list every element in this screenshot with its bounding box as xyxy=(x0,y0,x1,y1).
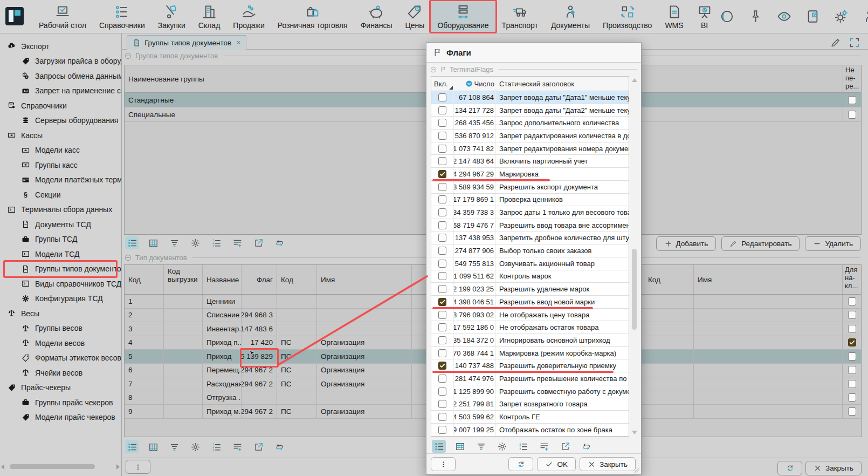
export-icon[interactable] xyxy=(251,440,265,453)
add-row-icon[interactable] xyxy=(537,440,551,453)
num-list-icon[interactable]: 123 xyxy=(209,236,223,249)
refresh-button[interactable] xyxy=(777,461,802,475)
dialog-close-button[interactable]: Закрыть xyxy=(580,457,636,471)
settings-icon[interactable] xyxy=(495,440,509,453)
nav-item-prices[interactable]: $ Цены xyxy=(398,0,431,33)
checkbox[interactable] xyxy=(438,119,446,127)
collapse-icon[interactable] xyxy=(124,52,132,60)
flag-row[interactable]: 17 179 869 1 Проверка ценников xyxy=(431,194,629,207)
sidebar-item-группы-тсд[interactable]: Группы ТСД xyxy=(0,232,121,247)
sidebar-item-модели-тсд[interactable]: Модели ТСД xyxy=(0,247,121,262)
sidebar-item-запрет-на-применение-скидо[interactable]: Ad Запрет на применение скидо xyxy=(0,84,121,99)
checkbox[interactable] xyxy=(438,234,446,242)
flag-row[interactable]: 67 108 864 Запрет ввода даты "Дата1" мен… xyxy=(431,91,629,104)
sidebar-item-модели-платёжных-термина[interactable]: Модели платёжных термина xyxy=(0,173,121,188)
sidebar-item-прайс-чекеры[interactable]: Прайс-чекеры xyxy=(0,380,121,396)
sidebar-item-ячейки-весов[interactable]: Ячейки весов xyxy=(0,365,121,380)
scroll-up-icon[interactable] xyxy=(632,78,637,82)
checkbox[interactable] xyxy=(438,311,446,319)
refresh-button[interactable] xyxy=(508,457,533,471)
settings-icon[interactable] xyxy=(188,236,202,249)
column-header-enabled[interactable]: Вкл. xyxy=(431,77,454,91)
checkbox[interactable] xyxy=(438,362,446,370)
flag-row[interactable]: 281 474 976 Разрешить превышение количес… xyxy=(431,372,629,385)
dialog-scrollbar[interactable] xyxy=(630,76,638,437)
flag-row[interactable]: 140 737 488 Разрешить доверительную прие… xyxy=(431,359,629,372)
checkbox[interactable] xyxy=(438,157,446,165)
filter-icon[interactable] xyxy=(474,440,488,453)
checkbox[interactable] xyxy=(848,366,856,374)
flag-row[interactable]: 134 217 728 Запрет ввода даты "Дата2" ме… xyxy=(431,104,629,117)
checkbox[interactable] xyxy=(848,352,856,361)
sidebar-item-форматы-этикеток-весов[interactable]: Форматы этикеток весов xyxy=(0,351,121,366)
num-list-icon[interactable]: 123 xyxy=(516,440,530,453)
nav-item-bi[interactable]: BI xyxy=(690,0,719,33)
checkbox[interactable] xyxy=(848,297,856,305)
flag-row[interactable]: 4 294 967 29 Маркировка xyxy=(431,168,629,181)
flag-row[interactable]: 4 503 599 62 Контроль ГЕ xyxy=(431,411,629,424)
sidebar-item-серверы-оборудования[interactable]: Серверы оборудования xyxy=(0,113,121,128)
export-icon[interactable] xyxy=(558,440,572,453)
add-row-icon[interactable] xyxy=(230,236,244,249)
add-row-icon[interactable] xyxy=(230,440,244,453)
checkbox[interactable] xyxy=(438,375,446,383)
checkbox[interactable] xyxy=(438,413,446,421)
column-header[interactable]: Имя xyxy=(694,265,843,294)
flag-row[interactable]: 549 755 813 Озвучивать акционный товар xyxy=(431,257,629,270)
add-button[interactable]: Добавить xyxy=(656,236,717,251)
sidebar-item-модели-весов[interactable]: Модели весов xyxy=(0,336,121,351)
delete-button[interactable]: Удалить xyxy=(805,236,861,251)
checkbox[interactable] xyxy=(438,285,446,293)
sidebar-item-группы-касс[interactable]: Группы касс xyxy=(0,158,121,173)
column-header[interactable]: Код выгрузки xyxy=(164,265,203,294)
nav-item-warehouse[interactable]: Склад xyxy=(192,0,227,33)
checkbox[interactable] xyxy=(438,170,446,178)
reload-icon[interactable] xyxy=(272,440,286,453)
sidebar-item-группы-весов[interactable]: Группы весов xyxy=(0,321,121,336)
view-list-icon[interactable] xyxy=(125,236,139,249)
sidebar-item-справочники[interactable]: Справочники xyxy=(0,98,121,113)
scroll-left-icon[interactable] xyxy=(1,464,4,470)
reload-icon[interactable] xyxy=(272,236,286,249)
flag-row[interactable]: 274 877 906 Выбор только своих заказов xyxy=(431,244,629,257)
app-logo[interactable] xyxy=(5,7,24,25)
reload-icon[interactable] xyxy=(579,440,593,453)
filter-icon[interactable] xyxy=(167,440,181,453)
ok-button[interactable]: OK xyxy=(537,457,576,471)
sidebar-item-кассы[interactable]: Кассы xyxy=(0,128,121,143)
more-options-button[interactable] xyxy=(126,460,150,474)
flag-row[interactable]: 8 589 934 59 Разрешить экспорт документа xyxy=(431,181,629,194)
checkbox[interactable] xyxy=(848,380,856,388)
flag-row[interactable]: 34 359 738 3 Запрос даты 1 только для ве… xyxy=(431,206,629,219)
sidebar-item-модели-касс[interactable]: Модели касс xyxy=(0,143,121,158)
flag-row[interactable]: 8 796 093 02 Не отображать цену товара xyxy=(431,309,629,322)
tab-document-type-groups[interactable]: Группы типов документов × xyxy=(127,35,246,50)
flag-row[interactable]: 1 099 511 62 Контроль марок xyxy=(431,270,629,283)
view-grid-icon[interactable] xyxy=(146,236,160,249)
expand-icon[interactable] xyxy=(849,37,860,49)
column-header[interactable]: Код xyxy=(277,265,317,294)
checkbox[interactable] xyxy=(438,208,446,216)
sort-circle-icon[interactable] xyxy=(465,80,473,87)
sidebar-item-экспорт[interactable]: Экспорт xyxy=(0,39,121,54)
phone-chat-icon[interactable] xyxy=(805,9,821,24)
checkbox[interactable] xyxy=(438,349,446,357)
flag-row[interactable]: 70 368 744 1 Маркировка (режим коробка-м… xyxy=(431,347,629,360)
column-header[interactable]: Название xyxy=(203,265,242,294)
dialog-title-bar[interactable]: Флаги xyxy=(426,43,641,63)
sidebar-item-группы-типов-документов[interactable]: Группы типов документов xyxy=(0,262,121,277)
export-icon[interactable] xyxy=(251,236,265,249)
scroll-down-icon[interactable] xyxy=(632,431,637,434)
gears-icon[interactable] xyxy=(833,9,849,24)
flag-row[interactable]: 2 199 023 25 Разрешить удаление марок xyxy=(431,283,629,296)
flag-row[interactable]: 137 438 953 Запретить дробное количество… xyxy=(431,232,629,245)
nav-item-references[interactable]: Справочники xyxy=(93,0,151,33)
checkbox[interactable] xyxy=(438,272,446,280)
sidebar-item-секции[interactable]: § Секции xyxy=(0,187,121,202)
checkbox[interactable] xyxy=(438,387,446,396)
scrollbar-thumb[interactable] xyxy=(632,249,637,330)
checkbox[interactable] xyxy=(848,393,856,402)
sphere-icon[interactable] xyxy=(719,9,735,24)
sidebar-item-группы-прайс-чекеров[interactable]: Группы прайс чекеров xyxy=(0,395,121,410)
sidebar-item-модели-прайс-чекеров[interactable]: Модели прайс чекеров xyxy=(0,410,121,425)
